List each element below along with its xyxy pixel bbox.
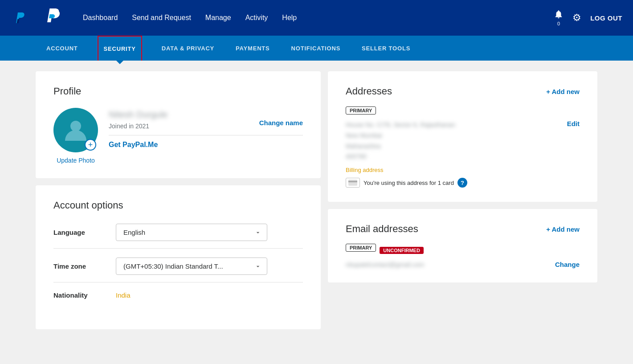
nav-send-request[interactable]: Send and Request <box>132 14 191 22</box>
account-options-card: Account options Language English Time zo… <box>36 185 321 329</box>
email-addresses-card: Email addresses + Add new PRIMARY UNCONF… <box>328 209 597 282</box>
credit-card-icon <box>348 180 357 186</box>
language-select[interactable]: English <box>116 224 267 241</box>
addresses-title: Addresses <box>346 86 392 97</box>
top-navigation: Dashboard Send and Request Manage Activi… <box>0 0 633 36</box>
get-paypalme-link[interactable]: Get PayPal.Me <box>109 141 303 149</box>
bell-count: 0 <box>554 21 564 26</box>
subnav-account[interactable]: ACCOUNT <box>45 36 80 61</box>
settings-icon[interactable]: ⚙ <box>572 12 581 24</box>
avatar-person-icon <box>62 117 89 143</box>
nav-manage[interactable]: Manage <box>205 14 231 22</box>
nationality-value: India <box>116 291 303 299</box>
subnav-security[interactable]: SECURITY <box>98 36 142 61</box>
email-unconfirmed-badge: UNCONFIRMED <box>380 247 424 254</box>
nav-dashboard[interactable]: Dashboard <box>83 14 118 22</box>
right-column: Addresses + Add new PRIMARY House No. C/… <box>328 71 597 353</box>
top-nav-links: Dashboard Send and Request Manage Activi… <box>83 14 539 22</box>
add-email-link[interactable]: + Add new <box>546 225 580 233</box>
subnav-seller-tools[interactable]: SELLER TOOLS <box>360 36 412 61</box>
nav-help[interactable]: Help <box>282 14 297 22</box>
addresses-card: Addresses + Add new PRIMARY House No. C/… <box>328 71 597 202</box>
bell-icon <box>554 9 564 19</box>
paypal-p-logo <box>46 8 61 26</box>
add-address-link[interactable]: + Add new <box>546 88 580 95</box>
timezone-label: Time zone <box>53 262 116 270</box>
email-title: Email addresses <box>346 223 418 235</box>
language-label: Language <box>53 229 116 236</box>
paypal-logo[interactable] <box>11 9 29 27</box>
notifications-bell[interactable]: 0 <box>554 9 564 26</box>
language-row: Language English <box>53 224 303 249</box>
account-options-title: Account options <box>53 200 303 211</box>
left-column: Profile + Update Photo Nitesh Durgule <box>36 71 321 353</box>
email-header: Email addresses + Add new <box>346 223 580 235</box>
profile-card: Profile + Update Photo Nitesh Durgule <box>36 71 321 178</box>
update-photo-link[interactable]: Update Photo <box>57 157 95 164</box>
timezone-select[interactable]: (GMT+05:30) Indian Standard T... <box>116 258 267 275</box>
svg-point-0 <box>70 121 81 131</box>
profile-info: Nitesh Durgule Joined in 2021 Change nam… <box>109 108 303 149</box>
change-name-link[interactable]: Change name <box>259 119 303 127</box>
svg-rect-1 <box>348 180 357 186</box>
card-usage-row: You're using this address for 1 card ? <box>346 178 467 188</box>
subnav-payments[interactable]: PAYMENTS <box>234 36 271 61</box>
help-icon[interactable]: ? <box>457 178 467 188</box>
main-content: Profile + Update Photo Nitesh Durgule <box>0 61 633 364</box>
logout-button[interactable]: LOG OUT <box>590 14 622 22</box>
card-usage-text: You're using this address for 1 card <box>363 180 454 186</box>
address-edit-link[interactable]: Edit <box>567 120 580 188</box>
email-badge-row: PRIMARY UNCONFIRMED <box>346 244 580 257</box>
email-row: nitupatelcontact@gmail.com Change <box>346 261 580 268</box>
timezone-row: Time zone (GMT+05:30) Indian Standard T.… <box>53 258 303 282</box>
address-details: House No. C/78, Sector 6, Rajasthanan Ne… <box>346 120 467 188</box>
profile-divider <box>109 135 303 135</box>
address-primary-badge: PRIMARY <box>346 106 376 115</box>
nav-activity[interactable]: Activity <box>245 14 268 22</box>
profile-row: + Update Photo Nitesh Durgule Joined in … <box>53 108 303 164</box>
subnav-data-privacy[interactable]: DATA & PRIVACY <box>160 36 216 61</box>
billing-label: Billing address <box>346 167 467 173</box>
profile-joined: Joined in 2021 <box>109 123 149 130</box>
profile-title: Profile <box>53 86 303 97</box>
avatar-plus-icon[interactable]: + <box>85 139 96 151</box>
address-body: House No. C/78, Sector 6, Rajasthanan Ne… <box>346 120 580 188</box>
email-change-link[interactable]: Change <box>555 261 580 268</box>
profile-name: Nitesh Durgule <box>109 110 303 120</box>
addresses-header: Addresses + Add new <box>346 86 580 97</box>
avatar-wrap: + Update Photo <box>53 108 98 164</box>
sub-navigation: ACCOUNT SECURITY DATA & PRIVACY PAYMENTS… <box>0 36 633 61</box>
email-primary-badge: PRIMARY <box>346 244 376 252</box>
card-icon <box>346 178 360 188</box>
email-value: nitupatelcontact@gmail.com <box>346 261 424 268</box>
svg-rect-2 <box>348 181 357 182</box>
avatar-circle: + <box>53 108 98 152</box>
subnav-notifications[interactable]: NOTIFICATIONS <box>290 36 343 61</box>
nationality-row: Nationality India <box>53 291 303 306</box>
address-text: House No. C/78, Sector 6, Rajasthanan Ne… <box>346 120 467 162</box>
nationality-label: Nationality <box>53 291 116 299</box>
top-nav-right: 0 ⚙ LOG OUT <box>554 9 622 26</box>
